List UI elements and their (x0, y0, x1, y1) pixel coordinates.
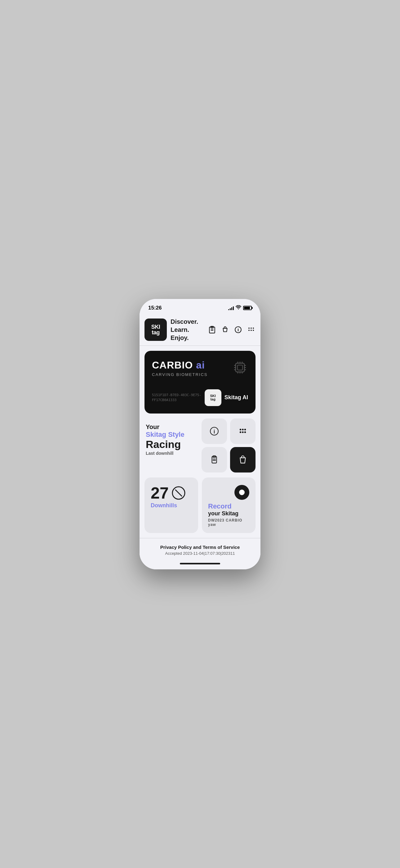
status-time: 15:26 (148, 305, 162, 311)
svg-point-30 (214, 429, 214, 430)
svg-line-42 (175, 490, 182, 496)
carbio-uuid: 5151F1D7-B7ED-403C-9E75- FF17CB0A1333 (152, 393, 201, 402)
carbio-card: CARBIO ai CARVING BIOMETRICS (144, 351, 256, 413)
footer-accepted-label: Accepted 2023-11-04|17:07:30|202311 (144, 551, 256, 556)
battery-icon (243, 306, 252, 310)
bag-icon-header[interactable] (221, 326, 229, 334)
downhills-label: Downhills (151, 502, 192, 509)
header-tagline: Discover. Learn. Enjoy. (171, 318, 204, 342)
header-actions (208, 326, 256, 334)
stat-number-row: 27 (151, 485, 192, 501)
wifi-icon (236, 305, 241, 310)
no-entry-icon (172, 486, 186, 500)
carbio-ai-label: ai (196, 360, 205, 371)
dots-action-button[interactable] (230, 418, 256, 444)
record-title: Record (208, 502, 249, 510)
skitag-badge: SKI tag Skitag AI (205, 389, 248, 406)
svg-point-9 (251, 328, 252, 329)
logo-line2: tag (152, 330, 160, 335)
downhills-count: 27 (151, 485, 169, 501)
style-skitag-label: Skitag Style (146, 431, 197, 439)
status-bar: 15:26 (139, 299, 261, 315)
svg-point-12 (251, 330, 252, 331)
style-racing-label: Racing (146, 439, 197, 450)
record-header (208, 485, 249, 500)
svg-point-7 (238, 328, 238, 328)
phone-shell: 15:26 SKI tag (139, 299, 261, 569)
footer-policy-label[interactable]: Privacy Policy and Terms of Service (144, 545, 256, 550)
style-section: Your Skitag Style Racing Last downhill (144, 418, 256, 472)
carbio-bottom: 5151F1D7-B7ED-403C-9E75- FF17CB0A1333 SK… (152, 389, 248, 406)
skitag-badge-label: Skitag AI (225, 394, 248, 401)
skitag-badge-logo: SKI tag (205, 389, 222, 406)
downhills-card: 27 Downhills (144, 477, 198, 533)
svg-point-34 (240, 431, 241, 433)
svg-point-36 (244, 431, 246, 433)
record-icon (234, 485, 249, 500)
svg-point-8 (248, 328, 249, 329)
dots-icon-header[interactable] (247, 326, 256, 334)
style-your: Your (146, 424, 197, 431)
svg-point-10 (253, 328, 254, 329)
skitag-logo: SKI tag (144, 318, 167, 341)
svg-point-33 (244, 429, 246, 430)
app-footer: Privacy Policy and Terms of Service Acce… (139, 538, 261, 558)
home-indicator (139, 558, 261, 569)
style-last-label: Last downhill (146, 451, 197, 456)
svg-point-32 (242, 429, 243, 430)
signal-icon (228, 306, 234, 310)
stats-section: 27 Downhills (144, 477, 256, 533)
carbio-title: CARBIO (152, 360, 193, 371)
clipboard-action-button[interactable] (202, 447, 227, 472)
clipboard-icon-header[interactable] (208, 326, 216, 334)
style-actions (202, 418, 256, 472)
style-text: Your Skitag Style Racing Last downhill (144, 418, 198, 472)
bag-action-button[interactable] (230, 447, 256, 472)
info-icon-header[interactable] (234, 326, 242, 334)
svg-point-31 (240, 429, 241, 430)
info-action-button[interactable] (202, 418, 227, 444)
svg-point-0 (238, 309, 239, 309)
svg-rect-14 (236, 363, 244, 372)
record-tags: DW2023 CARBIO yaw (208, 518, 249, 527)
status-icons (228, 305, 252, 310)
svg-point-35 (242, 431, 243, 433)
main-content: CARBIO ai CARVING BIOMETRICS (139, 346, 261, 569)
svg-rect-15 (237, 365, 242, 370)
logo-line1: SKI (151, 324, 160, 330)
svg-point-11 (248, 330, 249, 331)
record-card[interactable]: Record your Skitag DW2023 CARBIO yaw (202, 477, 256, 533)
chip-icon (232, 360, 248, 377)
svg-point-13 (253, 330, 254, 331)
record-text: Record your Skitag DW2023 CARBIO yaw (208, 502, 249, 527)
app-header: SKI tag Discover. Learn. Enjoy. (139, 315, 261, 346)
record-subtitle: your Skitag (208, 510, 249, 517)
home-bar (180, 563, 220, 564)
